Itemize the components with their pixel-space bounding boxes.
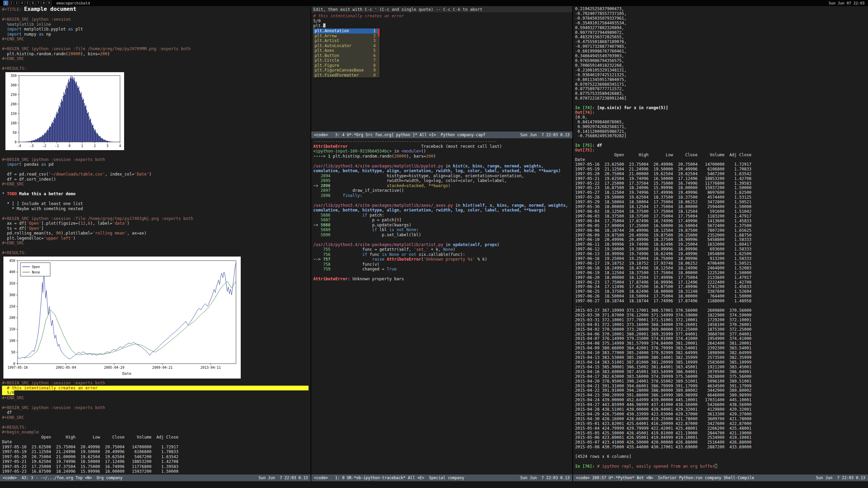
org-buffer[interactable]: #+TITLE: Example document #+BEGIN_SRC ip… [0, 6, 311, 474]
buffer-line: 2015-04-23 390.20999 391.88000 386.14999… [575, 393, 866, 398]
buffer-line: 0.99779727944989072, [575, 30, 866, 35]
svg-text:2001-05-04: 2001-05-04 [56, 366, 76, 369]
completion-label: plt.Artist [315, 38, 339, 43]
python-repl-buffer[interactable]: 0.21942525837900473,-0.70240778557737105… [573, 6, 868, 474]
completion-key: 3 [373, 38, 376, 43]
buffer-line: 1997-06-19 18.12504 18.37500 17.75004 18… [575, 271, 866, 276]
buffer-line: -0.60199986767760461, [575, 49, 866, 54]
buffer-line: #+BEGIN_SRC ipython :session [2, 17, 309, 22]
buffer-line: # this intentionally creates an error [313, 14, 570, 19]
buffer-line: [0.0, [575, 115, 866, 120]
buffer-line: 0.70865914018232268, [575, 63, 866, 68]
buffer-line: 2015-04-13 383.53000 385.28000 380.14001… [575, 355, 866, 360]
workspace-button[interactable]: 1 [3, 1, 8, 5]
text-cursor [715, 464, 717, 468]
buffer-line: 2015-05-06 423.89001 426.95001 419.04999… [575, 435, 866, 440]
buffer-line: --> 757 raise AttributeError('Unknown pr… [313, 257, 570, 262]
buffer-line: AttributeError: Unknown property bars [313, 277, 570, 282]
buffer-line: #+BEGIN_SRC ipython :session :file /home… [2, 46, 309, 52]
buffer-line: In [74]: [np.sin(x) for x in range(5)] [575, 106, 866, 110]
buffer-line: 0.59493277802320894, [575, 26, 866, 30]
workspace-button[interactable]: 3 [14, 1, 19, 5]
buffer-line: 1997-06-10 20.49996 20.49996 18.37500 18… [575, 238, 866, 242]
traceback-buffer[interactable]: ----------------------------------------… [311, 138, 572, 474]
buffer-line: Out[75]: [575, 148, 866, 153]
completion-item[interactable]: plt.Artist3 [313, 38, 380, 43]
echo-area[interactable] [0, 481, 868, 488]
buffer-line: 1997-06-04 17.75004 17.87496 16.74996 17… [575, 219, 866, 224]
completion-item[interactable]: plt.FigureCanvasBase9 [313, 68, 380, 73]
window-area: #+TITLE: Example document #+BEGIN_SRC ip… [0, 6, 868, 481]
modeline-time: Sun Jun 7 22:03 0.13 [520, 131, 570, 138]
org-result-table: Open High Low Close Volume Adj CloseDate… [2, 435, 309, 474]
buffer-line: [4524 rows x 6 columns] [575, 454, 866, 459]
svg-text:300: 300 [11, 83, 17, 87]
edit-lines: # this intentionally creates an error5/0… [313, 14, 570, 28]
completion-item[interactable]: plt.Circle7 [313, 58, 380, 63]
workspace-button[interactable]: 2 [9, 1, 14, 5]
buffer-line: 1997-05-21 19.62504 19.74996 16.50000 17… [2, 459, 309, 464]
buffer-line: /usr/lib/python3.4/site-packages/matplot… [313, 164, 570, 174]
svg-text:3: 3 [106, 144, 108, 148]
completion-item[interactable]: plt.AutoLocator4 [313, 43, 380, 48]
buffer-line: 759 changed = True [313, 267, 570, 272]
buffer-line: 1997-06-12 19.50000 19.50000 18.99996 18… [575, 247, 866, 252]
buffer-line: 2015-05-01 423.82001 425.64001 416.20999… [575, 422, 866, 426]
workspace-button[interactable]: 7 [36, 1, 41, 5]
buffer-line: 2015-04-17 382.63000 383.56000 374.39999… [575, 374, 866, 379]
org-src-header-line: Edit, then exit with C-c ' (C-c and sing… [311, 6, 572, 13]
org-lines-bottom: #+BEGIN_SRC ipython :session :exports bo… [2, 381, 309, 435]
histogram-svg: 050100150200250300350-4-3-2-101234 [5, 72, 124, 150]
edit-modeline: <code> 3: 4 U*-*Org Src foo.org[ python … [311, 131, 572, 138]
svg-text:4: 4 [119, 144, 121, 148]
org-src-buffer[interactable]: # this intentionally creates an error5/0… [311, 13, 572, 131]
completion-label: plt.Arrow [315, 34, 337, 39]
buffer-line: 1997-06-23 17.75004 17.87496 16.99996 17… [575, 280, 866, 285]
svg-text:400: 400 [9, 270, 15, 274]
buffer-line: 1997-05-16 23.62500 23.75004 20.49996 20… [2, 445, 309, 450]
buffer-line: 2898 finally: [313, 193, 570, 198]
buffer-line: 0.34664945549703903, [575, 54, 866, 59]
workspace-button[interactable]: 4 [20, 1, 24, 5]
buffer-line [2, 152, 309, 157]
completion-key: 7 [373, 58, 376, 63]
completion-item[interactable]: plt.Button6 [313, 53, 380, 58]
buffer-line: Open High Low Close Volume Adj Close [575, 153, 866, 158]
completion-label: plt.Annotation [315, 28, 349, 34]
completion-item[interactable]: plt.FixedFormatter0 [313, 73, 380, 78]
popup-scrollbar[interactable] [378, 28, 380, 37]
buffer-line: 2895 rwidth=rwidth, log=log, color=color… [313, 178, 570, 183]
buffer-line: 1997-05-30 18.00000 18.12504 17.75004 18… [575, 205, 866, 209]
modeline-time: Sun Jun 7 22:03 0.13 [259, 474, 308, 481]
completion-key: 4 [373, 43, 376, 48]
buffer-line [575, 450, 866, 454]
buffer-line: 1997-06-13 18.99996 19.74996 18.62496 19… [575, 252, 866, 257]
completion-item[interactable]: plt.Axes5 [313, 48, 380, 53]
buffer-line: 0.48329156372825655, [575, 35, 866, 40]
buffer-line: 2015-04-24 439.00000 452.64999 439.00000… [575, 398, 866, 403]
completion-item[interactable]: plt.Annotation1 [313, 28, 380, 34]
buffer-line: #+begin_example [2, 430, 309, 435]
buffer-line: 2015-04-27 443.85999 446.98999 437.41000… [575, 403, 866, 407]
buffer-line [2, 187, 309, 192]
svg-text:-2: -2 [42, 144, 46, 148]
buffer-line: 2015-04-22 391.91000 394.28000 388.00000… [575, 388, 866, 393]
buffer-line: ----> 1 plt.hist(np.random.randn(20000),… [313, 154, 570, 159]
buffer-line [313, 237, 570, 242]
buffer-line: 2015-04-15 385.99001 386.15002 381.64001… [575, 365, 866, 370]
completion-item[interactable]: plt.Arrow2 [313, 34, 380, 39]
buffer-line: 2015-04-28 438.51001 439.00000 428.04001… [575, 407, 866, 412]
buffer-line: import matplotlib.pyplot as plt [2, 27, 309, 32]
buffer-line: 1997-05-21 19.62504 19.74996 16.50000 17… [575, 177, 866, 181]
buffer-line: #+END_SRC [2, 182, 309, 187]
completion-key: 6 [373, 53, 376, 58]
buffer-line: 1997-06-06 18.18744 20.49996 18.12504 19… [575, 228, 866, 233]
buffer-line [2, 42, 309, 47]
buffer-line: 0.87758978777711572, [575, 87, 866, 92]
workspace-button[interactable]: 8 [41, 1, 46, 5]
buffer-line: /usr/lib/python3.4/site-packages/matplot… [313, 203, 570, 213]
workspace-button[interactable]: 5 [25, 1, 30, 5]
workspace-button[interactable]: 9 [47, 1, 52, 5]
completion-item[interactable]: plt.Figure8 [313, 63, 380, 68]
workspace-button[interactable]: 6 [31, 1, 35, 5]
